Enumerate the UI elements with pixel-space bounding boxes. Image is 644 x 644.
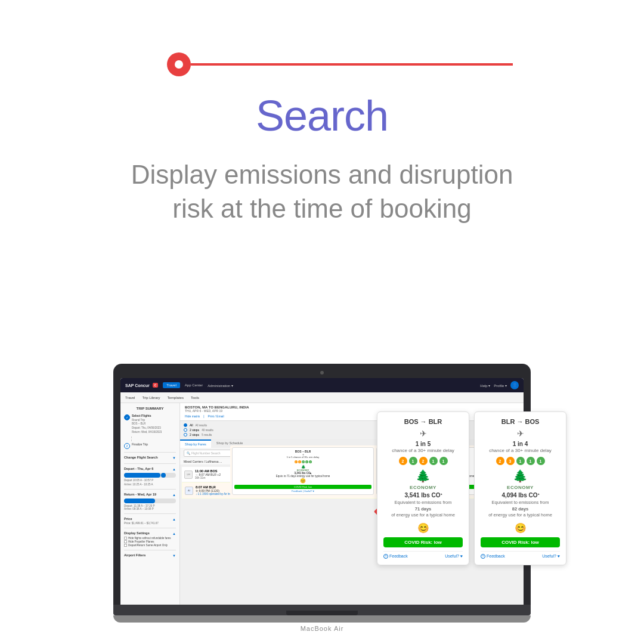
trip-step-flights[interactable]: ✓ Select Flights Round TripBOS – BLRDepa… [124, 414, 176, 434]
filter-row-3: Depart/Return Same Airport Only [124, 544, 176, 547]
filter-text-1: Hide flights without refundable fares [128, 537, 171, 540]
filter-2stops-dot [184, 428, 187, 432]
subnav-templates[interactable]: Templates [168, 396, 184, 400]
delay-dot-1-3: 2 [419, 457, 428, 465]
filter-checkbox-2[interactable] [124, 540, 127, 543]
card-delay-2: 1 in 4 [481, 441, 560, 448]
filter-text-2: Hide Propeller Planes [128, 540, 154, 543]
laptop-stand [113, 615, 531, 623]
delay-dot-1-5: 1 [439, 457, 448, 465]
card-plane-1: ✈ [383, 429, 463, 438]
nav-tab-travel[interactable]: Travel [163, 382, 179, 388]
card-tree-icon-1: 🌲 [383, 469, 463, 483]
price-filter-header[interactable]: Price ▲ [124, 517, 176, 522]
change-flight-chevron: ▼ [172, 456, 176, 460]
subnav-tools[interactable]: Tools [191, 396, 199, 400]
mini-dot-1-2: 1 [298, 460, 301, 463]
card-bos-blr: BOS → BLR ✈ 1 in 5 chance of a 30+ minut… [377, 411, 469, 565]
depart-filter-header[interactable]: Depart - Thu, Apr 6 ▲ [124, 467, 176, 472]
delay-dot-2-2: 3 [506, 457, 515, 465]
depart-range[interactable] [124, 473, 176, 478]
sidebar-depart-filter: Depart - Thu, Apr 6 ▲ Depart 10:05 A - 1… [124, 467, 176, 486]
sidebar-price-filter: Price ▲ Price: $1,499.61 – $3,741.67 [124, 517, 176, 525]
app-name-text: SAP Concur [125, 383, 150, 388]
feedback-link-2[interactable]: Feedback [487, 554, 505, 558]
airport-filter-header[interactable]: Airport Filters ▼ [124, 553, 176, 558]
flight-number-search[interactable]: 🔍 Flight Number Search [184, 450, 231, 457]
mini-dot-1-3: 2 [302, 460, 305, 463]
nav-help[interactable]: Help ▾ [480, 383, 490, 388]
help-icon-2[interactable]: ? Feedback [481, 554, 505, 559]
mini-feedback-1[interactable]: Feedback | Useful? ♥ [234, 490, 371, 493]
delay-dot-2-1: 2 [496, 457, 504, 465]
progress-step-dot[interactable] [167, 52, 191, 76]
depart-filter-chevron: ▲ [172, 467, 176, 471]
card-feedback-1: ? Feedback Useful? ♥ [383, 554, 463, 559]
card-plane-2: ✈ [481, 429, 560, 438]
mini-dot-1-5: 1 [309, 460, 312, 463]
useful-link-1[interactable]: Useful? ♥ [445, 554, 463, 558]
progress-line [191, 63, 513, 66]
step-finalize-text: Finalize Trip [132, 442, 148, 447]
left-sidebar: TRIP SUMMARY ✓ Select Flights Round Trip… [120, 403, 180, 605]
mini-dot-1-1: 2 [295, 460, 298, 463]
separator-1: | [203, 414, 204, 418]
subnav-travel[interactable]: Travel [125, 396, 135, 400]
card-delay-1: 1 in 5 [383, 441, 463, 448]
card-emoji-1: 😊 [383, 522, 463, 534]
tab-shop-fares[interactable]: Shop by Fares [180, 439, 211, 448]
delay-dot-1-1: 2 [399, 457, 407, 465]
display-settings-header[interactable]: Display Settings ▲ [124, 531, 176, 536]
return-filter-label: Return - Wed, Apr 19 [124, 493, 156, 496]
nav-links: App Center Administration ▾ [185, 383, 233, 388]
help-icon-1[interactable]: ? Feedback [383, 554, 408, 559]
sidebar-divider-6 [124, 550, 176, 550]
filter-checkbox-3[interactable] [124, 544, 127, 547]
mini-dots-1: 2 1 2 1 1 [234, 460, 371, 463]
card-covid-1: COVID Risk: low [383, 537, 463, 547]
sidebar-divider-1 [124, 452, 176, 453]
change-flight-header[interactable]: Change Flight Search ▼ [124, 456, 176, 460]
card-delay-sub-2: chance of a 30+ minute delay [481, 448, 560, 453]
display-settings-label: Display Settings [124, 531, 150, 535]
sidebar-change-flight: Change Flight Search ▼ [124, 456, 176, 460]
nav-app-center[interactable]: App Center [185, 383, 203, 388]
step-circle-2: 2 [124, 443, 130, 449]
sidebar-divider-3 [124, 489, 176, 490]
return-filter-chevron: ▲ [172, 493, 176, 497]
subnav-trip-library[interactable]: Trip Library [142, 396, 160, 400]
card-co2-2: 4,094 lbs CO₂ [481, 491, 560, 499]
sidebar-divider-4 [124, 513, 176, 514]
mini-tree-1: 🌲 [234, 465, 371, 469]
title-section: Search Display emissions and disruption … [0, 92, 644, 226]
mini-delay-1: 1 in 5 chance of 30+ min delay [234, 456, 371, 459]
floating-cards: BOS → BLR ✈ 1 in 5 chance of a 30+ minut… [377, 411, 566, 565]
laptop-brand-label: MacBook Air [113, 625, 531, 632]
nav-admin[interactable]: Administration ▾ [208, 383, 233, 388]
change-flight-label: Change Flight Search [124, 456, 158, 459]
nav-profile[interactable]: Profile ▾ [494, 383, 507, 388]
feedback-link-1[interactable]: Feedback [389, 554, 408, 558]
card-co2-1: 3,541 lbs CO₂ [383, 491, 463, 499]
filter-text-3: Depart/Return Same Airport Only [128, 544, 168, 547]
useful-link-2[interactable]: Useful? ♥ [542, 554, 560, 558]
return-filter-header[interactable]: Return - Wed, Apr 19 ▲ [124, 493, 176, 497]
laptop-camera [320, 371, 324, 374]
depart-range-dot [161, 473, 166, 478]
print-email-link[interactable]: Print / Email [208, 414, 224, 418]
card-class-1: Economy [383, 485, 463, 490]
filter-2stops-count: 40 results [202, 429, 213, 432]
search-placeholder: Flight Number Search [191, 451, 221, 455]
app-brand: SAP Concur C [125, 383, 158, 388]
price-range-text: Price: $1,499.61 – $3,741.67 [124, 522, 176, 525]
card-route-2: BLR → BOS [481, 418, 560, 425]
return-range[interactable] [124, 499, 176, 503]
filter-checkbox-1[interactable] [124, 537, 127, 540]
user-avatar: 👤 [510, 381, 519, 389]
delay-dot-2-4: 1 [527, 457, 535, 465]
price-filter-chevron: ▲ [172, 518, 176, 521]
delay-dot-2-3: 1 [516, 457, 525, 465]
hide-matrix-link[interactable]: Hide matrix [185, 414, 200, 418]
step-connector [131, 436, 176, 441]
card-blr-bos: BLR → BOS ✈ 1 in 4 chance of a 30+ minut… [474, 411, 566, 565]
